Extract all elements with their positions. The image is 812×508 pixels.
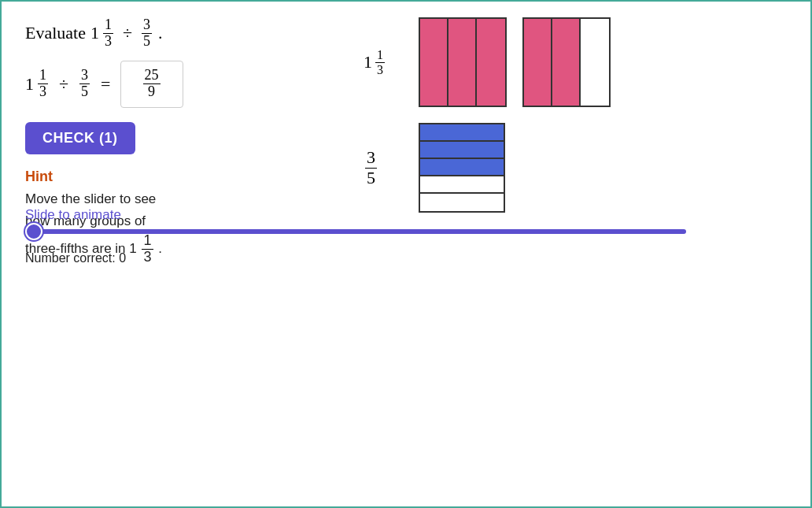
main-container: Evaluate 1 1 3 ÷ 3 5 . 1 1 3 ÷ 3 5 [2,2,810,289]
mixed-fraction-eq: 1 1 3 [25,68,50,100]
visual-row-top: 1 1 3 [364,17,611,107]
number-correct: Number correct: 0 [25,251,126,265]
bar-cell-5 [552,19,581,106]
slider-section: Slide to animate [25,207,787,234]
visual-label-top: 1 1 3 [364,48,403,76]
bar-grid-full [419,17,507,107]
hbar-row-3 [420,159,504,176]
equals-sign: = [101,74,110,95]
bar-grid-partial [522,17,611,107]
slider-thumb[interactable] [25,223,42,240]
fraction-3-5-title: 3 5 [142,17,152,50]
slider-track[interactable] [25,229,686,234]
visual-label-bottom: 3 5 [364,148,403,187]
hbar-row-4 [420,176,504,194]
hint-mixed-frac: 1 3 [140,233,154,265]
slider-label: Slide to animate [25,207,787,223]
divide-operator: ÷ [123,23,132,43]
visuals-area: 1 1 3 3 [364,17,611,213]
answer-box[interactable]: 25 9 [120,61,183,108]
check-button[interactable]: CHECK (1) [25,122,135,154]
answer-fraction: 25 9 [143,68,161,100]
hbar-grid [419,123,505,213]
fraction-1-3: 1 3 [103,17,113,50]
bar-cell-4 [524,19,552,106]
hbar-row-1 [420,124,504,142]
divide-eq: ÷ [59,74,68,95]
mixed-fraction-1: 1 1 3 [90,17,115,50]
visual-whole-top: 1 [364,52,372,72]
bar-cell-2 [448,19,477,106]
visual-frac-top: 1 3 [375,48,385,76]
slider-track-container [25,229,787,234]
visual-row-bottom: 3 5 [364,123,611,213]
hint-line3-post: . [158,241,162,256]
period-title: . [158,23,163,43]
visual-frac-bottom: 3 5 [365,148,377,187]
hint-line1: Move the slider to see [25,191,156,206]
hint-frac: 1 3 [142,233,153,265]
bar-cell-6 [581,19,609,106]
bar-cell-1 [420,19,448,106]
evaluate-label: Evaluate [25,23,86,43]
fraction-eq-1: 1 3 [38,68,48,100]
bar-cell-3 [477,19,505,106]
hbar-row-2 [420,142,504,159]
fraction-3-5-eq: 3 5 [79,68,90,100]
